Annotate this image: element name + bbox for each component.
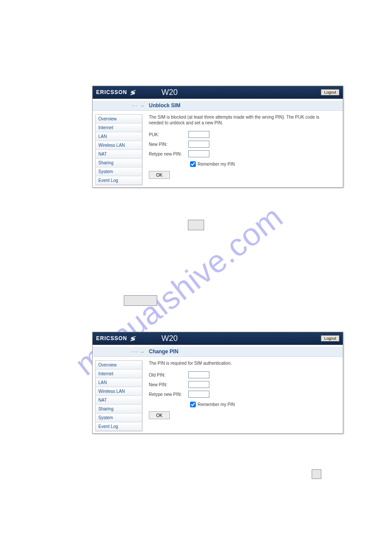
sidebar-item-sharing[interactable]: Sharing bbox=[96, 405, 142, 414]
sidebar-item-sharing[interactable]: Sharing bbox=[96, 159, 142, 167]
puk-label: PUK: bbox=[149, 132, 188, 137]
retype-pin-input[interactable] bbox=[188, 150, 209, 157]
sidebar-item-wireless-lan[interactable]: Wireless LAN bbox=[96, 387, 142, 396]
sidebar-item-lan[interactable]: LAN bbox=[96, 378, 142, 387]
logout-button[interactable]: Logout bbox=[321, 335, 339, 341]
brand-label: ERICSSON bbox=[96, 89, 127, 95]
brand-wrap: ERICSSON ≶ W20 bbox=[96, 88, 178, 97]
remember-pin-label: Remember my PIN bbox=[198, 162, 235, 167]
ghost-small-ok-button bbox=[312, 469, 321, 479]
sidebar-item-nat[interactable]: NAT bbox=[96, 150, 142, 159]
breadcrumb-arrow-icon: ··· → bbox=[93, 349, 149, 354]
page-title-bar: ··· → Change PIN bbox=[93, 347, 343, 357]
new-pin-input[interactable] bbox=[188, 381, 209, 388]
ok-button[interactable]: OK bbox=[149, 411, 170, 419]
brand-logo-icon: ≶ bbox=[130, 89, 135, 96]
page: manualshive.com ERICSSON ≶ W20 Logout ··… bbox=[0, 0, 392, 555]
remember-row: Remember my PIN bbox=[188, 160, 333, 168]
sidebar: Overview Internet LAN Wireless LAN NAT S… bbox=[95, 360, 142, 431]
sidebar-item-overview[interactable]: Overview bbox=[96, 115, 142, 123]
remember-pin-label: Remember my PIN bbox=[198, 402, 235, 407]
old-pin-row: Old PIN: bbox=[149, 371, 333, 378]
retype-pin-input[interactable] bbox=[188, 391, 209, 398]
new-pin-label: New PIN: bbox=[149, 142, 188, 147]
sidebar-item-lan[interactable]: LAN bbox=[96, 132, 142, 141]
page-title: Unblock SIM bbox=[149, 102, 180, 109]
page-title-bar: ··· → Unblock SIM bbox=[93, 101, 343, 111]
sidebar-item-nat[interactable]: NAT bbox=[96, 396, 142, 405]
brand-logo-icon: ≶ bbox=[130, 335, 135, 342]
content-area: The SIM is blocked (at least three attem… bbox=[149, 114, 333, 185]
body-wrap: Overview Internet LAN Wireless LAN NAT S… bbox=[93, 360, 343, 431]
header-bar: ERICSSON ≶ W20 Logout bbox=[93, 332, 343, 345]
new-pin-input[interactable] bbox=[188, 141, 209, 148]
breadcrumb-arrow-icon: ··· → bbox=[93, 103, 149, 108]
puk-input[interactable] bbox=[188, 131, 209, 138]
old-pin-label: Old PIN: bbox=[149, 373, 188, 377]
header-bar: ERICSSON ≶ W20 Logout bbox=[93, 86, 343, 99]
sidebar-item-event-log[interactable]: Event Log bbox=[96, 422, 142, 431]
retype-pin-row: Retype new PIN: bbox=[149, 391, 333, 398]
sidebar-item-internet[interactable]: Internet bbox=[96, 370, 142, 378]
screenshot-change-pin: ERICSSON ≶ W20 Logout ··· → Change PIN O… bbox=[92, 332, 343, 434]
page-desc: The PIN is required for SIM authenticati… bbox=[149, 360, 333, 366]
brand-wrap: ERICSSON ≶ W20 bbox=[96, 334, 178, 343]
brand-label: ERICSSON bbox=[96, 335, 127, 341]
new-pin-label: New PIN: bbox=[149, 382, 188, 387]
retype-pin-row: Retype new PIN: bbox=[149, 150, 333, 157]
retype-pin-label: Retype new PIN: bbox=[149, 392, 188, 397]
new-pin-row: New PIN: bbox=[149, 141, 333, 148]
sidebar-item-system[interactable]: System bbox=[96, 167, 142, 176]
sidebar-item-event-log[interactable]: Event Log bbox=[96, 176, 142, 185]
retype-pin-label: Retype new PIN: bbox=[149, 152, 188, 156]
remember-pin-checkbox[interactable] bbox=[190, 402, 196, 407]
remember-row: Remember my PIN bbox=[188, 400, 333, 409]
ghost-ok-button bbox=[188, 220, 204, 230]
sidebar-item-internet[interactable]: Internet bbox=[96, 123, 142, 132]
new-pin-row: New PIN: bbox=[149, 381, 333, 388]
body-wrap: Overview Internet LAN Wireless LAN NAT S… bbox=[93, 114, 343, 185]
page-title: Change PIN bbox=[149, 348, 178, 355]
sidebar-item-system[interactable]: System bbox=[96, 414, 142, 422]
watermark: manualshive.com bbox=[0, 0, 392, 555]
sidebar-item-overview[interactable]: Overview bbox=[96, 361, 142, 370]
ghost-change-pin-button bbox=[124, 295, 157, 306]
puk-row: PUK: bbox=[149, 131, 333, 138]
sidebar-item-wireless-lan[interactable]: Wireless LAN bbox=[96, 141, 142, 150]
model-label: W20 bbox=[162, 88, 178, 97]
old-pin-input[interactable] bbox=[188, 371, 209, 378]
sidebar: Overview Internet LAN Wireless LAN NAT S… bbox=[95, 114, 142, 185]
screenshot-unblock-sim: ERICSSON ≶ W20 Logout ··· → Unblock SIM … bbox=[92, 86, 343, 188]
page-desc: The SIM is blocked (at least three attem… bbox=[149, 114, 333, 126]
model-label: W20 bbox=[162, 334, 178, 343]
logout-button[interactable]: Logout bbox=[321, 89, 339, 95]
ok-button[interactable]: OK bbox=[149, 171, 170, 179]
content-area: The PIN is required for SIM authenticati… bbox=[149, 360, 333, 431]
remember-pin-checkbox[interactable] bbox=[190, 161, 196, 167]
